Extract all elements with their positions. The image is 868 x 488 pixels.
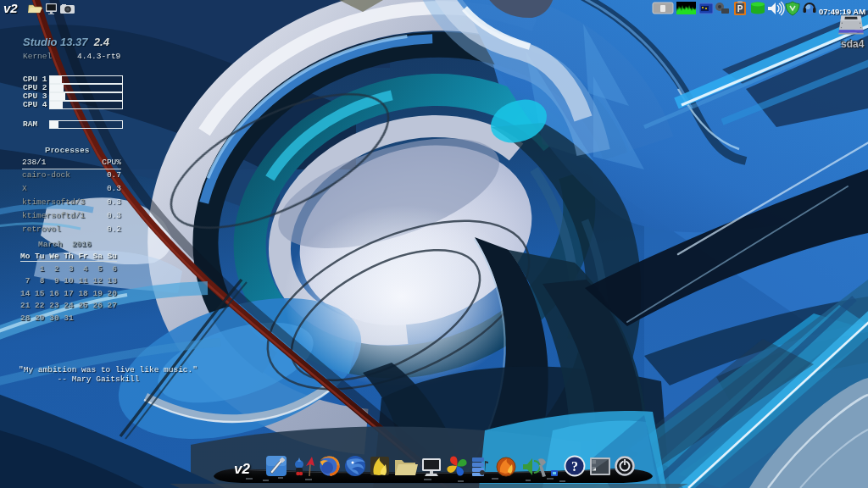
svg-text:?: ? xyxy=(571,459,578,474)
svg-text:P: P xyxy=(737,4,743,14)
